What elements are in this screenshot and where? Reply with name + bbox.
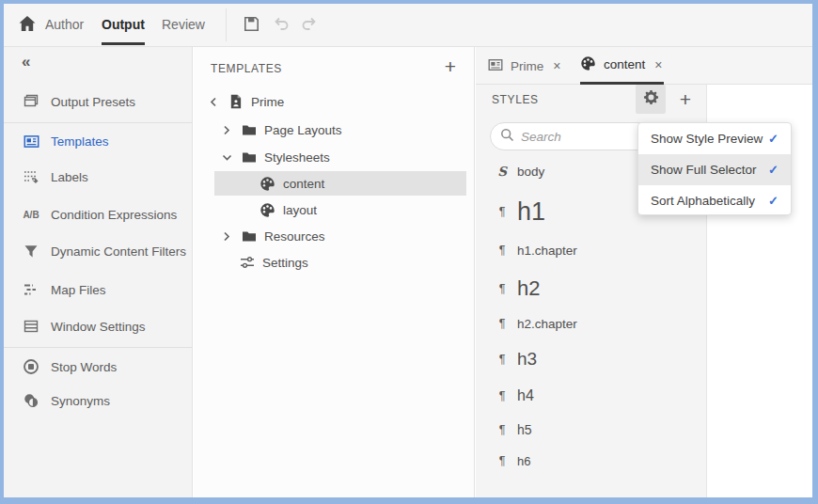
pilcrow-icon: ¶ [496,389,509,402]
app-content: Author Output Review « Output Pres [4,4,812,497]
sidebar-item-map-files[interactable]: Map Files [4,276,192,304]
tree-node-page-layouts[interactable]: Page Layouts [194,117,474,143]
close-icon[interactable]: × [551,58,562,73]
selector-marker-icon: S [496,164,509,179]
style-selector: h4 [517,387,534,404]
chevron-down-icon[interactable] [222,151,233,163]
home-button[interactable] [17,15,38,36]
tree-node-prime[interactable]: Prime [194,88,474,115]
tab-prime[interactable]: Prime × [488,47,562,85]
menu-item-label: Sort Alphabetically [651,194,755,208]
stop-words-icon [22,357,40,376]
tree-node-label: layout [283,203,317,217]
tree-node-resources[interactable]: Resources [194,223,474,249]
style-selector: h2.chapter [517,317,577,331]
tree-node-content[interactable]: content [194,170,474,197]
redo-icon [300,14,319,37]
menu-item-show-style-preview[interactable]: Show Style Preview ✓ [638,123,791,154]
tab-label: content [604,57,645,71]
style-selector: body [517,165,544,179]
save-icon [243,15,260,37]
style-item-h6[interactable]: ¶ h6 [476,446,706,476]
sidebar-item-label: Templates [51,134,109,149]
search-icon [500,128,514,146]
add-style-button[interactable]: + [670,85,700,114]
nav-tab-output[interactable]: Output [102,4,145,46]
sidebar-item-label: Window Settings [51,320,146,334]
style-selector: h3 [517,349,537,370]
tab-label: Prime [511,59,543,73]
pilcrow-icon: ¶ [496,282,509,295]
sidebar-item-labels[interactable]: Labels [4,163,192,191]
style-item-h2[interactable]: ¶ h2 [476,274,706,304]
check-icon: ✓ [768,132,779,146]
sidebar-item-templates[interactable]: Templates [4,127,192,155]
style-item-h3[interactable]: ¶ h3 [476,344,706,374]
check-icon: ✓ [768,163,779,177]
output-presets-icon [22,92,40,111]
active-tab-underline [102,42,145,45]
tree-node-label: Resources [264,229,325,244]
templates-panel: TEMPLATES + Prime Page Layouts Styleshee… [194,47,475,497]
sidebar-collapse-button[interactable]: « [22,48,29,76]
styles-options-button[interactable] [636,85,666,114]
style-selector: h2 [517,276,540,301]
style-item-h2-chapter[interactable]: ¶ h2.chapter [476,308,706,339]
style-item-h4[interactable]: ¶ h4 [476,381,706,411]
style-item-h5[interactable]: ¶ h5 [476,415,706,445]
chevron-left-icon[interactable] [209,96,220,107]
tree-node-label: Prime [251,95,284,109]
chevron-right-icon[interactable] [222,230,233,242]
toolbar-separator [226,8,227,41]
save-button[interactable] [241,15,261,36]
document-icon [228,94,244,110]
undo-button[interactable] [271,15,291,36]
tab-content[interactable]: content × [580,47,664,85]
sidebar-item-window-settings[interactable]: Window Settings [4,312,192,340]
tree-node-label: Page Layouts [264,123,342,137]
styles-options-menu: Show Style Preview ✓ Show Full Selector … [637,122,792,215]
window-settings-icon [22,317,40,336]
sidebar-item-condition-expressions[interactable]: A/B Condition Expressions [4,200,192,228]
tree-node-label: Stylesheets [264,150,330,165]
app-window: Author Output Review « Output Pres [0,0,818,504]
check-icon: ✓ [768,194,779,208]
sidebar-item-label: Map Files [51,283,106,297]
template-icon [488,57,503,75]
sidebar-item-label: Condition Expressions [51,208,177,222]
chevron-right-icon[interactable] [222,124,233,135]
add-template-button[interactable]: + [436,53,464,81]
home-icon [18,14,37,37]
stylesheet-icon [260,202,275,218]
redo-button[interactable] [299,15,320,36]
menu-item-sort-alphabetically[interactable]: Sort Alphabetically ✓ [638,185,791,215]
folder-icon [241,150,257,165]
tree-node-label: Settings [262,256,308,270]
folder-icon [241,228,257,244]
sidebar-item-synonyms[interactable]: Synonyms [4,386,192,415]
sidebar-item-stop-words[interactable]: Stop Words [4,353,192,381]
tree-node-settings[interactable]: Settings [194,249,474,276]
nav-tab-review[interactable]: Review [162,4,205,46]
pilcrow-icon: ¶ [496,244,509,257]
sidebar-item-label: Output Presets [51,95,135,109]
templates-panel-title: TEMPLATES [211,62,282,75]
synonyms-icon [22,391,40,410]
document-tab-bar: Prime × content × [476,47,812,85]
nav-tab-author[interactable]: Author [45,4,84,46]
sidebar-item-dynamic-content-filters[interactable]: Dynamic Content Filters [4,237,192,265]
left-sidebar: « Output Presets Templates Labels A/B Co… [4,47,193,497]
sidebar-divider [4,122,192,123]
tree-node-label: content [283,177,324,191]
stylesheet-icon [260,176,275,192]
style-selector: h6 [517,454,530,468]
sidebar-item-label: Synonyms [51,394,110,408]
tree-node-layout[interactable]: layout [194,197,474,223]
style-selector: h5 [517,422,532,437]
menu-item-show-full-selector[interactable]: Show Full Selector ✓ [638,154,791,185]
tree-node-stylesheets[interactable]: Stylesheets [194,144,474,170]
style-item-h1-chapter[interactable]: ¶ h1.chapter [476,235,706,265]
close-icon[interactable]: × [653,57,664,72]
templates-icon [22,132,40,150]
sidebar-item-output-presets[interactable]: Output Presets [4,87,192,116]
